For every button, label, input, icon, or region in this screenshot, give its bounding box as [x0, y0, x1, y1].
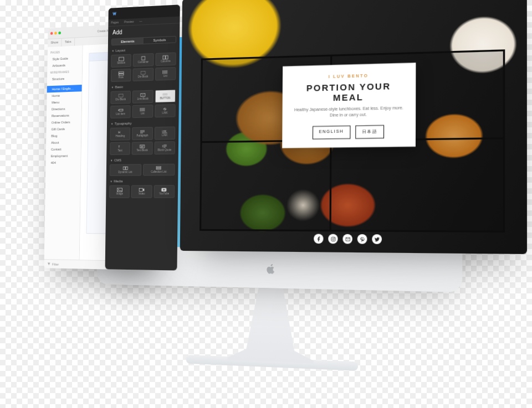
window-tab[interactable]: Tabs [62, 38, 75, 47]
text-icon: T [117, 144, 123, 149]
add-element-paragraph[interactable]: Paragraph [132, 127, 152, 140]
hero-buttons: ENGLISH 日本語 [290, 125, 407, 140]
subtab-elements[interactable]: Elements [112, 38, 144, 45]
add-element-label: Collection List [151, 171, 166, 174]
add-element-label: LINK [162, 135, 167, 137]
svg-point-22 [140, 110, 141, 110]
window-tab[interactable]: Show [48, 39, 62, 47]
add-element-list[interactable]: List [155, 67, 176, 81]
add-element-youtube[interactable]: YouTube [154, 185, 175, 198]
add-element-heading[interactable]: HHeading [110, 127, 131, 141]
add-element-image[interactable]: Image [109, 185, 130, 198]
svg-rect-34 [123, 167, 125, 170]
top-tab[interactable]: Pages [108, 19, 121, 27]
webflow-logo-icon [111, 11, 116, 17]
add-element-video[interactable]: Video [131, 185, 152, 198]
add-element-divblock[interactable]: Div Block [110, 91, 131, 104]
add-element-blockquote[interactable]: Block Quote [154, 141, 175, 154]
svg-rect-1 [142, 56, 145, 60]
hero-subtitle-line: Healthy Japanese-style lunchboxes. Eat l… [294, 106, 403, 112]
list-icon [140, 107, 145, 112]
add-section-grid: Dynamic ListCollection List [106, 163, 178, 179]
add-element-row[interactable]: Row [111, 69, 131, 82]
add-element-textblock[interactable]: Text Block [132, 142, 152, 155]
add-element-label: Container [138, 61, 149, 64]
minimize-icon[interactable] [54, 32, 57, 34]
close-icon[interactable] [50, 32, 53, 35]
paragraph-icon [140, 130, 145, 135]
tree-item[interactable]: Employment [46, 152, 81, 159]
svg-point-17 [118, 110, 119, 111]
language-japanese-button[interactable]: 日本語 [355, 125, 385, 139]
heading-icon: H [117, 130, 123, 135]
nav-item[interactable]: Structure [47, 75, 82, 83]
add-element-label: Div Block [116, 99, 126, 101]
twitter-icon[interactable] [372, 234, 382, 244]
youtube-icon [161, 188, 167, 193]
imac-stand [228, 277, 314, 364]
add-element-link[interactable]: LINK [155, 104, 176, 117]
instagram-icon[interactable] [328, 234, 338, 244]
svg-rect-2 [163, 56, 165, 59]
hero-subtitle-line: Dine in or carry out. [330, 113, 367, 118]
listitem-icon [118, 108, 124, 113]
add-element-listitem[interactable]: List Item [110, 105, 131, 118]
hero-social-row [314, 234, 382, 244]
row-icon [118, 71, 124, 76]
add-element-text[interactable]: TText [110, 142, 130, 155]
add-element-label: Paragraph [136, 135, 148, 137]
textblock-icon [140, 144, 145, 149]
facebook-icon[interactable] [314, 234, 323, 244]
add-element-label: Section [117, 62, 125, 65]
svg-rect-16 [119, 110, 123, 111]
top-tab[interactable]: Preview [121, 18, 137, 25]
add-element-list[interactable]: List [132, 105, 153, 118]
subtab-symbols[interactable]: Symbols [144, 37, 176, 44]
add-element-button[interactable]: BUTTON [155, 89, 176, 102]
language-english-button[interactable]: ENGLISH [313, 126, 351, 140]
add-element-dynlist[interactable]: Dynamic List [110, 164, 141, 176]
svg-point-21 [140, 109, 141, 109]
image-icon [117, 188, 122, 192]
tree-item[interactable]: Contact [46, 146, 81, 153]
top-tab[interactable]: — [136, 18, 145, 25]
linkblock-icon [140, 93, 146, 98]
svg-point-39 [118, 189, 119, 190]
tree-item[interactable]: About [46, 139, 81, 146]
website-hero-preview: I LUV BENTO PORTION YOUR MEAL Healthy Ja… [180, 0, 527, 254]
add-element-textlink[interactable]: LINKLINK [154, 127, 175, 140]
add-element-label: Image [116, 193, 122, 196]
add-element-container[interactable]: Container [133, 53, 154, 67]
add-element-label: Heading [116, 135, 125, 138]
collection-icon [156, 166, 161, 171]
add-element-label: Link Block [137, 98, 148, 101]
add-element-label: Columns [161, 60, 171, 63]
add-element-collection[interactable]: Collection List [142, 164, 175, 176]
add-section-grid: HHeadingParagraphLINKLINKTTextText Block… [106, 125, 178, 157]
add-element-label: List Item [116, 113, 125, 116]
textlink-icon: LINK [162, 129, 167, 134]
add-element-label: Div Block [138, 76, 149, 79]
blockquote-icon [162, 144, 167, 149]
svg-point-44 [334, 237, 335, 238]
svg-rect-3 [166, 56, 168, 60]
add-element-label: Row [119, 76, 124, 79]
pinterest-icon[interactable] [357, 234, 367, 244]
divblock-icon [118, 94, 124, 99]
tree-item[interactable]: 404 [45, 159, 80, 166]
hero-eyebrow: I LUV BENTO [291, 73, 407, 80]
add-element-section[interactable]: Section [111, 54, 131, 68]
add-section-grid: Div BlockLink BlockBUTTONList ItemListLI… [107, 88, 179, 121]
add-section-grid: ImageVideoYouTube [106, 184, 178, 200]
add-element-label: List [163, 75, 167, 78]
add-element-linkblock[interactable]: Link Block [132, 90, 153, 104]
add-element-label: YouTube [159, 193, 169, 195]
scene-3d: Create Artboard Show Tabs PAGES Style Gu… [0, 0, 532, 408]
add-element-columns[interactable]: Columns [155, 53, 176, 66]
envelope-icon[interactable] [342, 234, 352, 244]
link-icon [162, 107, 168, 112]
add-element-divblock[interactable]: Div Block [133, 68, 154, 81]
zoom-icon[interactable] [58, 32, 61, 34]
svg-rect-5 [119, 74, 124, 76]
add-section-heading[interactable]: Media [106, 178, 178, 184]
